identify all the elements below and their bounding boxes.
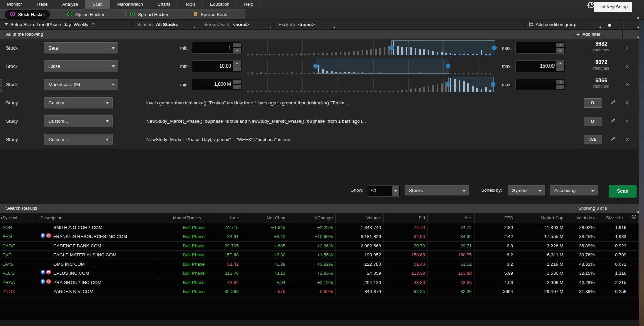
column-header-volume[interactable]: Volume	[336, 213, 384, 223]
study-row-3[interactable]: StudyCustom...NewStudy_Market_Phase_Day(…	[0, 130, 644, 149]
decrement-button[interactable]: −	[556, 66, 564, 71]
range-handle-right[interactable]	[491, 82, 495, 87]
column-header-eps[interactable]: EPS	[475, 213, 516, 223]
aggregation-badge[interactable]: D	[584, 117, 602, 126]
column-header-sizzle-in-[interactable]: Sizzle In...	[597, 213, 629, 223]
remove-filter-button[interactable]: ×	[626, 82, 629, 88]
decrement-button[interactable]: −	[233, 66, 241, 71]
stock-hacker-button[interactable]: Stock Hacker	[5, 10, 50, 19]
range-selection-box[interactable]	[316, 59, 449, 74]
menu-item-monitor[interactable]: Monitor	[0, 0, 29, 9]
range-handle-right[interactable]	[446, 64, 450, 69]
filter-row-close[interactable]: StockClosemin:10.00+−max:150.00+−8072mat…	[0, 57, 644, 76]
criterion-dropdown[interactable]: Close	[44, 60, 118, 72]
decrement-button[interactable]: −	[556, 85, 564, 89]
remove-study-button[interactable]: ×	[626, 137, 629, 142]
menu-item-tools[interactable]: Tools	[178, 0, 203, 9]
study-criterion-dropdown[interactable]: Custom...	[44, 115, 113, 127]
decrement-button[interactable]: −	[556, 48, 564, 53]
remove-study-button[interactable]: ×	[626, 118, 629, 124]
remove-filter-button[interactable]: ×	[626, 45, 629, 51]
table-row-ben[interactable]: BENFRANKLIN RESOURCES INC COMBull Phase3…	[0, 232, 639, 242]
criterion-dropdown[interactable]: Market cap, $M	[44, 79, 118, 90]
column-header--change[interactable]: %Change	[288, 213, 336, 223]
table-row-praa[interactable]: PRAAPRA GROUP INC COMBull Phase43.82+.94…	[0, 278, 639, 287]
menu-item-analyze[interactable]: Analyze	[55, 0, 85, 9]
column-header-description[interactable]: Description	[38, 213, 159, 223]
scroll-left-arrow-icon[interactable]	[0, 216, 2, 220]
column-header-marketphases-[interactable]: MarketPhases...	[159, 213, 207, 223]
column-header-bid[interactable]: Bid	[384, 213, 428, 223]
filter-row-market-cap-m[interactable]: StockMarket cap, $Mmin:1,000 M+−max:+−60…	[0, 75, 644, 94]
range-handle-right[interactable]	[492, 46, 497, 50]
table-row-aos[interactable]: AOSSMITH A O CORP COMBull Phase74.715+1.…	[0, 223, 639, 232]
column-header-ask[interactable]: Ask	[428, 213, 475, 223]
increment-button[interactable]: +	[556, 61, 564, 66]
sort-field-dropdown[interactable]: Symbol	[508, 185, 545, 196]
scan-in-dropdown[interactable]: Scan in: All Stocks	[137, 20, 196, 29]
intersect-with-dropdown[interactable]: Intersect with: <none>	[202, 20, 272, 29]
column-header-market-cap[interactable]: Market Cap	[516, 213, 566, 223]
study-row-2[interactable]: StudyCustom...NewStudy_Market_Phase()."b…	[0, 112, 644, 131]
exclude-dropdown[interactable]: Exclude: <none>	[279, 20, 336, 29]
menu-item-trade[interactable]: Trade	[29, 0, 55, 9]
study-row-1[interactable]: StudyCustom...low is greater than Ichimo…	[0, 94, 644, 113]
column-header-symbol[interactable]: Symbol	[0, 213, 38, 223]
range-selection-box[interactable]	[391, 40, 495, 55]
spread-book-button[interactable]: Spread Book	[193, 9, 227, 19]
spread-hacker-button[interactable]: Spread Hacker	[130, 9, 168, 19]
max-input[interactable]: 150.00+−	[515, 60, 565, 72]
menu-item-help[interactable]: Help	[237, 0, 261, 9]
increment-button[interactable]: +	[233, 43, 241, 47]
increment-button[interactable]: +	[556, 80, 564, 84]
increment-button[interactable]: +	[556, 43, 564, 47]
column-header-vol-index[interactable]: Vol Index	[566, 213, 597, 223]
table-row-exp[interactable]: EXPEAGLE MATERIALS INC COMBull Phase150.…	[0, 251, 639, 260]
edit-pencil-icon[interactable]	[611, 118, 616, 124]
menu-item-education[interactable]: Education	[203, 0, 237, 9]
add-condition-group-button[interactable]: Add condition group	[529, 20, 601, 29]
column-header-net-chng[interactable]: Net Chng	[241, 213, 288, 223]
table-row-yndx[interactable]: YNDXYANDEX N.V. COMBull Phase82.265-.575…	[0, 287, 639, 296]
column-header-last[interactable]: Last	[207, 213, 241, 223]
menu-item-marketwatch[interactable]: MarketWatch	[110, 0, 150, 9]
min-input[interactable]: 1+−	[192, 42, 242, 54]
criterion-dropdown[interactable]: Beta	[44, 42, 118, 54]
table-row-plus[interactable]: PLUSEPLUS INC COMBull Phase113.70+3.13+2…	[0, 269, 639, 278]
study-criterion-dropdown[interactable]: Custom...	[44, 134, 113, 145]
table-row-cade[interactable]: CADECADENCE BANK COMBull Phase29.705+.68…	[0, 242, 639, 251]
filter-row-beta[interactable]: StockBetamin:1+−max:+−8682matches×	[0, 39, 644, 58]
aggregation-badge[interactable]: D	[584, 98, 602, 108]
list-type-dropdown[interactable]: Stocks	[405, 185, 469, 196]
scan-button[interactable]: Scan	[609, 185, 637, 198]
study-criterion-dropdown[interactable]: Custom...	[44, 97, 113, 109]
range-handle-left[interactable]	[446, 82, 450, 87]
add-filter-button[interactable]: + Add filter	[576, 30, 600, 39]
remove-study-button[interactable]: ×	[626, 100, 629, 106]
menu-item-charts[interactable]: Charts	[150, 0, 178, 9]
remove-filter-button[interactable]: ×	[626, 63, 629, 69]
increment-button[interactable]: +	[233, 61, 241, 66]
table-settings-gear-icon[interactable]	[629, 213, 639, 223]
max-input[interactable]: +−	[515, 42, 565, 54]
sort-order-dropdown[interactable]: Ascending	[550, 185, 598, 196]
range-handle-left[interactable]	[389, 46, 394, 50]
increment-button[interactable]: +	[233, 80, 241, 84]
range-handle-left[interactable]	[313, 64, 318, 69]
min-input[interactable]: 10.00+−	[192, 60, 242, 72]
table-row-gms[interactable]: GMSGMS INC COMBull Phase51.42+1.89+3.82%…	[0, 260, 639, 269]
flame-button[interactable]	[607, 20, 613, 29]
menu-item-scan[interactable]: Scan	[85, 0, 110, 9]
combo-arrow[interactable]	[392, 186, 399, 196]
edit-pencil-icon[interactable]	[611, 136, 616, 143]
min-input[interactable]: 1,000 M+−	[192, 79, 242, 90]
decrement-button[interactable]: −	[233, 85, 241, 89]
setup-scan-collapse[interactable]: Setup Scan: TrendPhase_day_Weekly_ *	[5, 20, 94, 29]
edit-pencil-icon[interactable]	[611, 100, 616, 106]
min-stepper: +−	[233, 80, 241, 89]
aggregation-badge[interactable]: Wk	[584, 135, 602, 144]
show-count-combo[interactable]: 50	[367, 185, 400, 197]
max-input[interactable]: +−	[515, 79, 565, 90]
decrement-button[interactable]: −	[233, 48, 241, 53]
option-hacker-button[interactable]: Option Hacker	[67, 9, 104, 19]
